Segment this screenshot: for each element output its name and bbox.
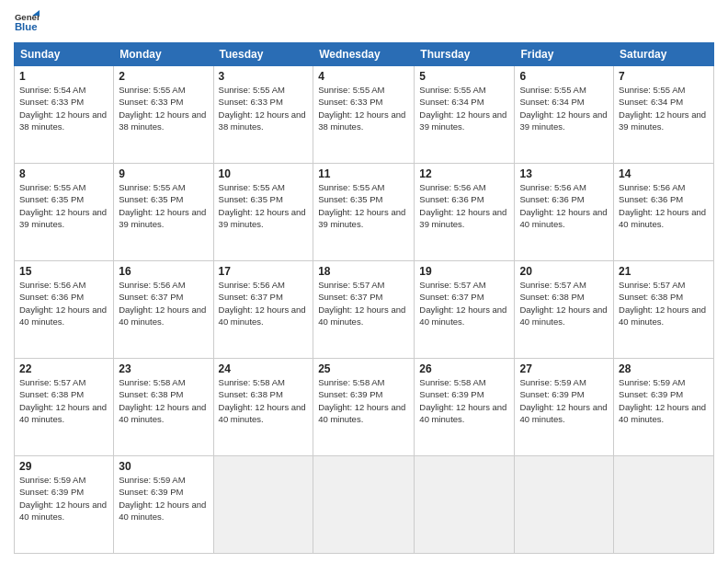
day-info: Sunrise: 5:59 AM Sunset: 6:39 PM Dayligh… [619,376,709,425]
day-info: Sunrise: 5:57 AM Sunset: 6:38 PM Dayligh… [519,279,609,327]
day-number: 30 [119,460,208,473]
day-number: 9 [119,167,208,180]
calendar-cell [515,456,614,554]
day-info: Sunrise: 5:57 AM Sunset: 6:37 PM Dayligh… [419,279,509,327]
day-info: Sunrise: 5:55 AM Sunset: 6:34 PM Dayligh… [419,84,509,132]
day-number: 26 [419,362,509,375]
day-info: Sunrise: 5:59 AM Sunset: 6:39 PM Dayligh… [19,474,108,523]
day-number: 25 [318,362,409,375]
weekday-header-thursday: Thursday [415,43,515,66]
day-number: 15 [19,265,108,278]
calendar-cell: 27 Sunrise: 5:59 AM Sunset: 6:39 PM Dayl… [515,359,614,456]
weekday-header-row: SundayMondayTuesdayWednesdayThursdayFrid… [15,43,714,66]
day-number: 2 [119,70,208,83]
day-number: 10 [219,167,309,180]
calendar-cell: 13 Sunrise: 5:56 AM Sunset: 6:36 PM Dayl… [515,164,614,261]
weekday-header-sunday: Sunday [15,43,114,66]
svg-text:Blue: Blue [15,21,38,32]
calendar-week-row: 22 Sunrise: 5:57 AM Sunset: 6:38 PM Dayl… [15,359,714,456]
day-info: Sunrise: 5:56 AM Sunset: 6:36 PM Dayligh… [419,181,509,230]
calendar-cell: 2 Sunrise: 5:55 AM Sunset: 6:33 PM Dayli… [114,66,213,164]
day-info: Sunrise: 5:59 AM Sunset: 6:39 PM Dayligh… [119,474,208,523]
day-number: 13 [519,167,609,180]
day-number: 22 [19,362,108,375]
day-info: Sunrise: 5:55 AM Sunset: 6:33 PM Dayligh… [318,84,409,132]
day-info: Sunrise: 5:55 AM Sunset: 6:35 PM Dayligh… [318,181,409,230]
day-info: Sunrise: 5:59 AM Sunset: 6:39 PM Dayligh… [519,376,609,425]
calendar-page: General Blue SundayMondayTuesdayWednesda… [0,0,728,563]
day-info: Sunrise: 5:58 AM Sunset: 6:38 PM Dayligh… [219,376,309,425]
day-number: 29 [19,460,108,473]
day-info: Sunrise: 5:56 AM Sunset: 6:37 PM Dayligh… [219,279,309,327]
calendar-cell: 28 Sunrise: 5:59 AM Sunset: 6:39 PM Dayl… [614,359,714,456]
logo-icon: General Blue [14,9,40,35]
calendar-cell [213,456,313,554]
calendar-cell: 10 Sunrise: 5:55 AM Sunset: 6:35 PM Dayl… [213,164,313,261]
day-info: Sunrise: 5:54 AM Sunset: 6:33 PM Dayligh… [19,84,108,132]
calendar-cell: 25 Sunrise: 5:58 AM Sunset: 6:39 PM Dayl… [313,359,415,456]
calendar-cell: 18 Sunrise: 5:57 AM Sunset: 6:37 PM Dayl… [313,261,415,359]
weekday-header-wednesday: Wednesday [313,43,415,66]
calendar-cell: 5 Sunrise: 5:55 AM Sunset: 6:34 PM Dayli… [415,66,515,164]
calendar-table: SundayMondayTuesdayWednesdayThursdayFrid… [14,42,714,554]
day-info: Sunrise: 5:56 AM Sunset: 6:37 PM Dayligh… [119,279,208,327]
day-info: Sunrise: 5:57 AM Sunset: 6:38 PM Dayligh… [19,376,108,425]
day-number: 11 [318,167,409,180]
day-number: 12 [419,167,509,180]
calendar-cell: 8 Sunrise: 5:55 AM Sunset: 6:35 PM Dayli… [15,164,114,261]
calendar-cell: 29 Sunrise: 5:59 AM Sunset: 6:39 PM Dayl… [15,456,114,554]
day-number: 21 [619,265,709,278]
calendar-week-row: 15 Sunrise: 5:56 AM Sunset: 6:36 PM Dayl… [15,261,714,359]
day-info: Sunrise: 5:55 AM Sunset: 6:34 PM Dayligh… [619,84,709,132]
calendar-cell [313,456,415,554]
day-number: 3 [219,70,309,83]
calendar-cell: 3 Sunrise: 5:55 AM Sunset: 6:33 PM Dayli… [213,66,313,164]
calendar-cell: 19 Sunrise: 5:57 AM Sunset: 6:37 PM Dayl… [415,261,515,359]
calendar-cell: 16 Sunrise: 5:56 AM Sunset: 6:37 PM Dayl… [114,261,213,359]
day-info: Sunrise: 5:55 AM Sunset: 6:35 PM Dayligh… [19,181,108,230]
calendar-cell: 17 Sunrise: 5:56 AM Sunset: 6:37 PM Dayl… [213,261,313,359]
day-number: 16 [119,265,208,278]
weekday-header-tuesday: Tuesday [213,43,313,66]
weekday-header-saturday: Saturday [614,43,714,66]
day-number: 18 [318,265,409,278]
logo: General Blue [14,9,40,35]
day-number: 6 [519,70,609,83]
day-number: 17 [219,265,309,278]
calendar-cell: 20 Sunrise: 5:57 AM Sunset: 6:38 PM Dayl… [515,261,614,359]
calendar-cell: 7 Sunrise: 5:55 AM Sunset: 6:34 PM Dayli… [614,66,714,164]
calendar-cell: 21 Sunrise: 5:57 AM Sunset: 6:38 PM Dayl… [614,261,714,359]
calendar-week-row: 8 Sunrise: 5:55 AM Sunset: 6:35 PM Dayli… [15,164,714,261]
calendar-cell: 9 Sunrise: 5:55 AM Sunset: 6:35 PM Dayli… [114,164,213,261]
day-info: Sunrise: 5:57 AM Sunset: 6:38 PM Dayligh… [619,279,709,327]
day-number: 19 [419,265,509,278]
day-number: 24 [219,362,309,375]
calendar-week-row: 1 Sunrise: 5:54 AM Sunset: 6:33 PM Dayli… [15,66,714,164]
calendar-cell: 11 Sunrise: 5:55 AM Sunset: 6:35 PM Dayl… [313,164,415,261]
day-info: Sunrise: 5:58 AM Sunset: 6:39 PM Dayligh… [419,376,509,425]
day-number: 27 [519,362,609,375]
day-info: Sunrise: 5:57 AM Sunset: 6:37 PM Dayligh… [318,279,409,327]
day-info: Sunrise: 5:58 AM Sunset: 6:38 PM Dayligh… [119,376,208,425]
calendar-cell: 1 Sunrise: 5:54 AM Sunset: 6:33 PM Dayli… [15,66,114,164]
day-info: Sunrise: 5:56 AM Sunset: 6:36 PM Dayligh… [519,181,609,230]
page-header: General Blue [14,9,714,35]
calendar-cell [614,456,714,554]
day-number: 4 [318,70,409,83]
calendar-cell: 12 Sunrise: 5:56 AM Sunset: 6:36 PM Dayl… [415,164,515,261]
calendar-cell: 15 Sunrise: 5:56 AM Sunset: 6:36 PM Dayl… [15,261,114,359]
day-info: Sunrise: 5:55 AM Sunset: 6:35 PM Dayligh… [219,181,309,230]
day-number: 20 [519,265,609,278]
day-info: Sunrise: 5:55 AM Sunset: 6:35 PM Dayligh… [119,181,208,230]
day-info: Sunrise: 5:55 AM Sunset: 6:34 PM Dayligh… [519,84,609,132]
calendar-cell: 23 Sunrise: 5:58 AM Sunset: 6:38 PM Dayl… [114,359,213,456]
calendar-cell [415,456,515,554]
day-number: 5 [419,70,509,83]
weekday-header-monday: Monday [114,43,213,66]
day-info: Sunrise: 5:56 AM Sunset: 6:36 PM Dayligh… [19,279,108,327]
weekday-header-friday: Friday [515,43,614,66]
day-number: 23 [119,362,208,375]
day-number: 1 [19,70,108,83]
calendar-cell: 6 Sunrise: 5:55 AM Sunset: 6:34 PM Dayli… [515,66,614,164]
day-info: Sunrise: 5:58 AM Sunset: 6:39 PM Dayligh… [318,376,409,425]
